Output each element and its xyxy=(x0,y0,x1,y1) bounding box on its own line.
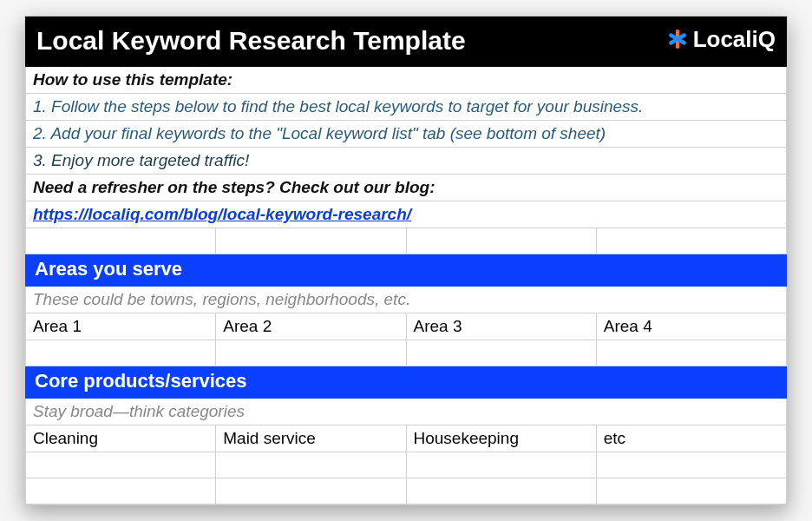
empty-row xyxy=(26,478,787,505)
cell[interactable] xyxy=(596,478,786,505)
table-row: Area 1 Area 2 Area 3 Area 4 xyxy=(26,313,787,340)
instruction-step: 2. Add your final keywords to the "Local… xyxy=(26,121,787,148)
section-heading-services: Core products/services xyxy=(26,366,787,399)
instruction-step: 1. Follow the steps below to find the be… xyxy=(26,94,787,121)
empty-row xyxy=(26,452,787,478)
blog-link[interactable]: https://localiq.com/blog/local-keyword-r… xyxy=(33,205,411,223)
cell[interactable]: Area 2 xyxy=(216,313,406,340)
cell[interactable] xyxy=(596,228,786,254)
cell[interactable] xyxy=(406,340,596,366)
instructions-label: How to use this template: xyxy=(26,67,787,94)
cell[interactable] xyxy=(26,340,216,366)
cell[interactable]: etc xyxy=(596,425,786,452)
cell[interactable]: Area 3 xyxy=(406,313,596,340)
sheet-table: Local Keyword Research Template Locali xyxy=(25,16,787,505)
cell[interactable] xyxy=(216,340,406,366)
empty-row xyxy=(26,228,787,254)
section-description-services: Stay broad—think categories xyxy=(26,399,787,425)
cell[interactable] xyxy=(26,478,216,505)
blog-label: Need a refresher on the steps? Check out… xyxy=(26,175,787,201)
section-heading-areas: Areas you serve xyxy=(26,254,787,287)
cell[interactable] xyxy=(26,228,216,254)
cell[interactable] xyxy=(216,228,406,254)
cell[interactable] xyxy=(596,452,786,478)
brand-name: LocaliQ xyxy=(693,26,776,53)
section-description-areas: These could be towns, regions, neighborh… xyxy=(26,287,787,313)
page-title: Local Keyword Research Template xyxy=(36,26,466,55)
cell[interactable] xyxy=(406,228,596,254)
cell[interactable] xyxy=(406,452,596,478)
localiq-asterisk-icon xyxy=(667,29,688,49)
table-row: Cleaning Maid service Housekeeping etc xyxy=(26,425,787,452)
empty-row xyxy=(26,340,787,366)
cell[interactable] xyxy=(26,452,216,478)
cell[interactable] xyxy=(596,340,786,366)
title-row: Local Keyword Research Template Locali xyxy=(26,16,787,67)
cell[interactable] xyxy=(406,478,596,505)
instruction-step: 3. Enjoy more targeted traffic! xyxy=(26,148,787,175)
cell[interactable] xyxy=(216,478,406,505)
cell[interactable]: Cleaning xyxy=(26,425,216,452)
cell[interactable]: Housekeeping xyxy=(406,425,596,452)
cell[interactable]: Area 1 xyxy=(26,313,216,340)
cell[interactable]: Maid service xyxy=(216,425,406,452)
brand-logo: LocaliQ xyxy=(667,26,776,53)
cell[interactable]: Area 4 xyxy=(596,313,786,340)
spreadsheet-template: Local Keyword Research Template Locali xyxy=(24,16,788,506)
cell[interactable] xyxy=(216,452,406,478)
